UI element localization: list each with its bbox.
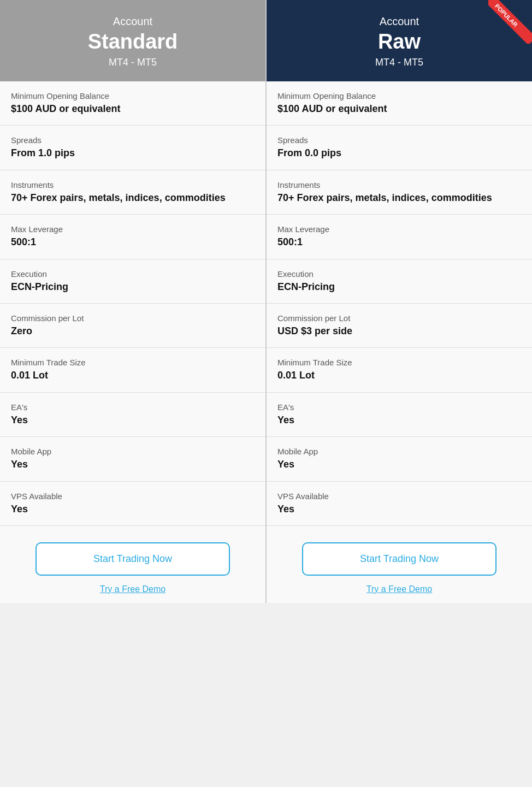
standard-execution-label: Execution [11, 269, 255, 279]
raw-feature-commission: Commission per Lot USD $3 per side [267, 304, 532, 348]
raw-cta-section: Start Trading Now Try a Free Demo [267, 526, 532, 603]
raw-feature-leverage: Max Leverage 500:1 [267, 215, 532, 259]
standard-leverage-label: Max Leverage [11, 224, 255, 234]
standard-feature-eas: EA's Yes [0, 393, 265, 437]
raw-spreads-value: From 0.0 pips [277, 147, 521, 159]
raw-feature-min-balance: Minimum Opening Balance $100 AUD or equi… [267, 81, 532, 126]
standard-feature-vps: VPS Available Yes [0, 482, 265, 526]
standard-feature-instruments: Instruments 70+ Forex pairs, metals, ind… [0, 170, 265, 215]
standard-header: Account Standard MT4 - MT5 [0, 0, 265, 81]
raw-feature-min-trade: Minimum Trade Size 0.01 Lot [267, 348, 532, 392]
raw-leverage-label: Max Leverage [277, 224, 521, 234]
raw-start-trading-button[interactable]: Start Trading Now [302, 542, 497, 576]
raw-platform: MT4 - MT5 [277, 57, 521, 68]
standard-commission-value: Zero [11, 325, 255, 338]
raw-leverage-value: 500:1 [277, 236, 521, 248]
raw-vps-value: Yes [277, 503, 521, 516]
raw-spreads-label: Spreads [277, 135, 521, 145]
standard-execution-value: ECN-Pricing [11, 281, 255, 293]
standard-instruments-label: Instruments [11, 180, 255, 190]
standard-free-demo-link[interactable]: Try a Free Demo [100, 584, 165, 594]
standard-eas-value: Yes [11, 414, 255, 427]
standard-min-trade-label: Minimum Trade Size [11, 358, 255, 367]
raw-vps-label: VPS Available [277, 492, 521, 501]
popular-badge [488, 0, 532, 44]
raw-min-trade-label: Minimum Trade Size [277, 358, 521, 367]
standard-feature-mobile: Mobile App Yes [0, 437, 265, 481]
raw-instruments-value: 70+ Forex pairs, metals, indices, commod… [277, 192, 521, 204]
standard-eas-label: EA's [11, 403, 255, 412]
standard-feature-execution: Execution ECN-Pricing [0, 259, 265, 304]
raw-eas-value: Yes [277, 414, 521, 427]
standard-feature-leverage: Max Leverage 500:1 [0, 215, 265, 259]
raw-feature-instruments: Instruments 70+ Forex pairs, metals, ind… [267, 170, 532, 215]
standard-vps-value: Yes [11, 503, 255, 516]
raw-feature-execution: Execution ECN-Pricing [267, 259, 532, 304]
raw-commission-value: USD $3 per side [277, 325, 521, 338]
standard-mobile-value: Yes [11, 458, 255, 471]
standard-leverage-value: 500:1 [11, 236, 255, 248]
raw-header: Account Raw MT4 - MT5 [267, 0, 532, 81]
standard-account-label: Account [11, 15, 255, 28]
raw-instruments-label: Instruments [277, 180, 521, 190]
standard-account-name: Standard [11, 30, 255, 54]
raw-feature-eas: EA's Yes [267, 393, 532, 437]
standard-commission-label: Commission per Lot [11, 313, 255, 323]
raw-eas-label: EA's [277, 403, 521, 412]
raw-free-demo-link[interactable]: Try a Free Demo [367, 584, 432, 594]
raw-execution-value: ECN-Pricing [277, 281, 521, 293]
standard-spreads-value: From 1.0 pips [11, 147, 255, 159]
standard-cta-section: Start Trading Now Try a Free Demo [0, 526, 265, 603]
standard-min-balance-label: Minimum Opening Balance [11, 91, 255, 100]
standard-feature-min-balance: Minimum Opening Balance $100 AUD or equi… [0, 81, 265, 126]
standard-min-trade-value: 0.01 Lot [11, 369, 255, 382]
raw-min-balance-label: Minimum Opening Balance [277, 91, 521, 100]
raw-account-label: Account [277, 15, 521, 28]
raw-execution-label: Execution [277, 269, 521, 279]
raw-min-balance-value: $100 AUD or equivalent [277, 103, 521, 115]
raw-mobile-label: Mobile App [277, 447, 521, 456]
raw-mobile-value: Yes [277, 458, 521, 471]
standard-min-balance-value: $100 AUD or equivalent [11, 103, 255, 115]
raw-feature-spreads: Spreads From 0.0 pips [267, 126, 532, 170]
standard-spreads-label: Spreads [11, 135, 255, 145]
comparison-wrapper: Account Standard MT4 - MT5 Minimum Openi… [0, 0, 532, 603]
raw-min-trade-value: 0.01 Lot [277, 369, 521, 382]
standard-feature-commission: Commission per Lot Zero [0, 304, 265, 348]
raw-account-col: Account Raw MT4 - MT5 Minimum Opening Ba… [267, 0, 532, 603]
raw-commission-label: Commission per Lot [277, 313, 521, 323]
standard-mobile-label: Mobile App [11, 447, 255, 456]
standard-start-trading-button[interactable]: Start Trading Now [36, 542, 230, 576]
raw-account-name: Raw [277, 30, 521, 54]
standard-vps-label: VPS Available [11, 492, 255, 501]
standard-account-col: Account Standard MT4 - MT5 Minimum Openi… [0, 0, 265, 603]
standard-feature-min-trade: Minimum Trade Size 0.01 Lot [0, 348, 265, 392]
standard-feature-spreads: Spreads From 1.0 pips [0, 126, 265, 170]
raw-feature-mobile: Mobile App Yes [267, 437, 532, 481]
standard-platform: MT4 - MT5 [11, 57, 255, 68]
raw-feature-vps: VPS Available Yes [267, 482, 532, 526]
standard-instruments-value: 70+ Forex pairs, metals, indices, commod… [11, 192, 255, 204]
